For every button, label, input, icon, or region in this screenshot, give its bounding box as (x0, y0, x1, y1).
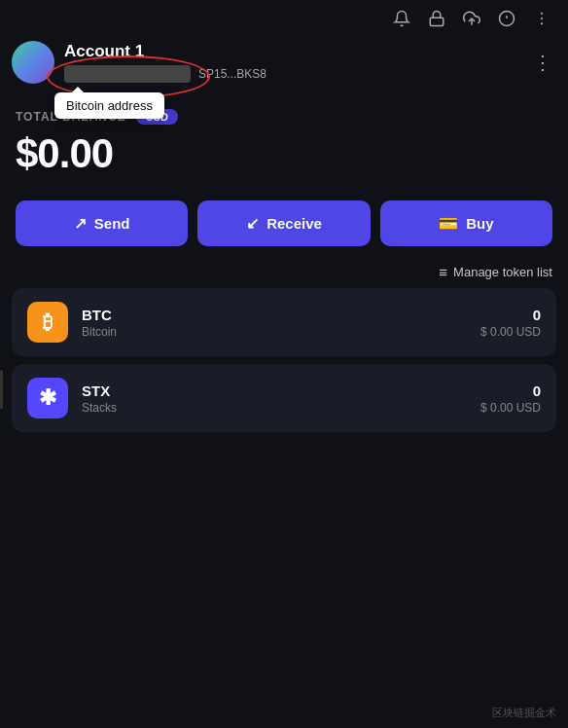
token-item-stx[interactable]: ✱ STX Stacks 0 $ 0.00 USD (12, 364, 556, 432)
send-icon: ↗ (74, 214, 87, 233)
avatar (12, 41, 54, 84)
info-icon[interactable] (496, 8, 517, 29)
manage-token-label: Manage token list (453, 265, 552, 279)
manage-list-icon: ≡ (439, 264, 447, 280)
account-more-icon[interactable]: ⋮ (533, 51, 552, 74)
token-item-btc[interactable]: ₿ BTC Bitcoin 0 $ 0.00 USD (12, 288, 556, 356)
stx-symbol: STX (82, 382, 467, 399)
token-list: ₿ BTC Bitcoin 0 $ 0.00 USD ✱ STX Stacks … (0, 288, 568, 432)
btc-symbol: BTC (82, 307, 467, 323)
btc-usd: $ 0.00 USD (480, 325, 541, 339)
svg-rect-0 (430, 18, 444, 25)
receive-button[interactable]: ↙ Receive (197, 200, 370, 246)
btc-amount: 0 (480, 307, 541, 323)
svg-point-6 (541, 18, 543, 19)
watermark: 区块链掘金术 (492, 706, 556, 720)
stx-amount: 0 (480, 382, 541, 399)
account-header: Account 1 Bitcoin address SP15...BKS8 ⋮ (0, 33, 568, 91)
address-tooltip-container: Bitcoin address (64, 65, 191, 83)
account-info: Account 1 Bitcoin address SP15...BKS8 (64, 42, 523, 83)
address-row: Bitcoin address SP15...BKS8 (64, 65, 523, 83)
send-button[interactable]: ↗ Send (16, 200, 188, 246)
notification-icon[interactable] (391, 8, 412, 29)
left-edge-indicator (0, 370, 3, 409)
address-short[interactable]: SP15...BKS8 (198, 67, 266, 81)
manage-token-row[interactable]: ≡ Manage token list (0, 246, 568, 288)
stx-name: Stacks (82, 401, 467, 415)
stx-logo: ✱ (27, 378, 68, 419)
buy-icon: 💳 (439, 214, 458, 233)
stx-usd: $ 0.00 USD (480, 401, 541, 415)
balance-amount: $0.00 (16, 130, 552, 177)
btc-name: Bitcoin (82, 325, 467, 339)
bitcoin-address-tooltip: Bitcoin address (54, 92, 164, 119)
action-buttons: ↗ Send ↙ Receive 💳 Buy (0, 185, 568, 246)
btc-logo: ₿ (27, 302, 68, 343)
receive-icon: ↙ (246, 214, 259, 233)
btc-info: BTC Bitcoin (82, 307, 467, 339)
more-menu-icon[interactable] (531, 8, 552, 29)
receive-label: Receive (266, 215, 322, 232)
buy-label: Buy (466, 215, 493, 232)
top-bar (0, 0, 568, 33)
address-blurred[interactable] (64, 65, 191, 83)
btc-balance: 0 $ 0.00 USD (480, 307, 541, 339)
lock-icon[interactable] (426, 8, 447, 29)
upload-icon[interactable] (461, 8, 482, 29)
svg-point-5 (541, 13, 543, 15)
send-label: Send (94, 215, 130, 232)
stx-balance: 0 $ 0.00 USD (480, 382, 541, 415)
account-name: Account 1 (64, 42, 523, 61)
svg-point-7 (541, 22, 543, 24)
stx-info: STX Stacks (82, 382, 467, 415)
buy-button[interactable]: 💳 Buy (380, 200, 552, 246)
